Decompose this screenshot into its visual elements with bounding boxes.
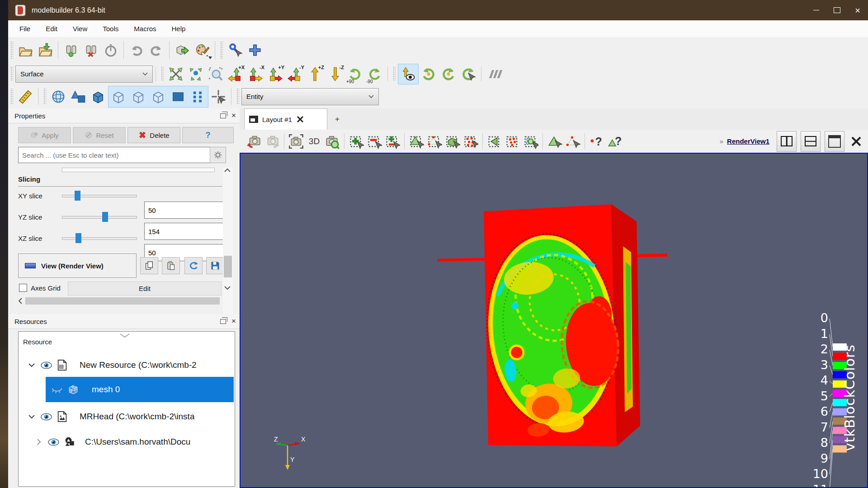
minimize-button[interactable]	[806, 0, 826, 20]
toolbar-grip[interactable]	[10, 41, 13, 60]
new-layout-tab[interactable]: +	[327, 109, 347, 130]
tree-row-new-resource[interactable]: New Resource (C:\work\cmb-2	[19, 353, 234, 377]
entity-select[interactable]: Entity	[241, 88, 379, 105]
remove-resource-button[interactable]	[81, 40, 101, 60]
split-horizontal-button[interactable]	[777, 131, 797, 152]
pick-entity-button[interactable]	[208, 87, 228, 107]
measure-button[interactable]	[15, 87, 35, 107]
toolbar-extension-icon[interactable]: »	[720, 137, 723, 145]
rotate-90-ccw-button[interactable]: -90	[365, 64, 385, 84]
yz-slice-handle[interactable]	[102, 212, 108, 222]
chevron-collapsed-icon[interactable]	[37, 439, 41, 445]
select-block-button[interactable]	[486, 132, 504, 150]
link-resource-button[interactable]	[61, 40, 81, 60]
visibility-eye-icon[interactable]	[40, 411, 52, 423]
chevron-expanded-icon[interactable]	[28, 414, 35, 419]
select-block-points-button[interactable]	[504, 132, 522, 150]
toolbar-grip[interactable]	[10, 88, 13, 105]
copy-view-button[interactable]	[140, 257, 158, 274]
subtract-selection-button[interactable]	[365, 132, 383, 150]
zoom-to-extents-button[interactable]	[166, 64, 186, 84]
rotate-camera-cw-button[interactable]	[419, 64, 439, 84]
xy-slice-handle[interactable]	[75, 191, 80, 201]
toolbar-grip[interactable]	[220, 41, 223, 60]
timer-button[interactable]	[101, 40, 121, 60]
zoom-to-box-button[interactable]	[206, 64, 226, 84]
apply-button[interactable]: Apply	[18, 127, 71, 143]
toolbar-grip[interactable]	[43, 88, 46, 105]
select-points-through-button[interactable]	[462, 132, 480, 150]
visibility-eye-icon[interactable]	[47, 436, 60, 448]
toolbar-grip[interactable]	[10, 66, 13, 81]
show-faces-toggle[interactable]	[108, 87, 128, 107]
query-point-tooltip-button[interactable]: ?	[588, 132, 606, 150]
horizontal-scrollbar[interactable]	[18, 296, 227, 306]
collapse-handle-icon[interactable]	[120, 333, 130, 338]
render-viewport[interactable]: Z X Y 01234567891011 vtkBlockColors	[240, 153, 868, 488]
scrollbar-thumb[interactable]	[224, 256, 232, 277]
solid-cube-button[interactable]	[88, 87, 108, 107]
mesh-sphere-button[interactable]	[48, 87, 68, 107]
delete-button[interactable]: Delete	[127, 127, 180, 143]
paste-view-button[interactable]	[162, 257, 180, 274]
xz-slice-handle[interactable]	[75, 233, 81, 243]
scroll-left-icon[interactable]	[18, 298, 23, 304]
select-points-on-surface-button[interactable]	[425, 132, 443, 150]
toggle-selection-button[interactable]	[383, 132, 401, 150]
capture-zoom-screenshot-button[interactable]	[323, 132, 341, 150]
xy-slice-slider[interactable]	[62, 191, 137, 201]
xz-slice-slider[interactable]	[62, 233, 137, 243]
add-source-button[interactable]	[245, 40, 265, 60]
capture-screenshot-button[interactable]	[287, 132, 305, 150]
reset-button[interactable]: Reset	[73, 127, 126, 143]
xy-slice-value[interactable]	[144, 202, 231, 219]
camera-redo-button[interactable]	[263, 132, 281, 150]
save-view-button[interactable]	[206, 257, 224, 274]
axes-grid-edit-button[interactable]: Edit	[68, 282, 222, 296]
show-surfaces-toggle[interactable]	[168, 87, 188, 107]
menu-help[interactable]: Help	[164, 20, 193, 37]
hover-points-button[interactable]	[564, 132, 582, 150]
menu-edit[interactable]: Edit	[38, 20, 65, 37]
menu-tools[interactable]: Tools	[95, 20, 126, 37]
rotate-camera-ccw-button[interactable]	[439, 64, 458, 84]
maximize-button[interactable]	[826, 0, 847, 20]
representation-select[interactable]: Surface	[15, 66, 153, 83]
add-selection-button[interactable]	[347, 132, 365, 150]
toggle-3d-button[interactable]: 3D	[305, 132, 323, 150]
visibility-eye-closed-icon[interactable]	[51, 384, 63, 395]
set-view-minus-x-button[interactable]: -X	[245, 64, 265, 84]
export-scene-button[interactable]	[172, 40, 192, 60]
float-panel-icon[interactable]	[220, 319, 226, 324]
maximize-view-button[interactable]	[825, 131, 844, 152]
import-resource-button[interactable]	[35, 40, 55, 60]
search-input[interactable]	[18, 147, 215, 163]
toolbar-grip[interactable]	[236, 88, 239, 105]
chevron-expanded-icon[interactable]	[28, 363, 35, 367]
show-edges-toggle[interactable]	[128, 87, 148, 107]
close-panel-icon[interactable]: ×	[231, 111, 236, 120]
camera-undo-button[interactable]	[245, 132, 263, 150]
redo-button[interactable]	[146, 40, 166, 60]
edit-properties-button[interactable]	[225, 40, 245, 60]
open-file-button[interactable]	[15, 40, 35, 60]
toggle-center-axes-button[interactable]	[398, 64, 419, 84]
hover-cells-button[interactable]	[546, 132, 564, 150]
toolbar-grip[interactable]	[393, 66, 396, 81]
split-vertical-button[interactable]	[801, 131, 821, 152]
set-view-minus-y-button[interactable]: -Y	[285, 64, 305, 84]
scroll-down-icon[interactable]	[224, 286, 231, 290]
toolbar-grip[interactable]	[161, 66, 164, 81]
set-view-plus-z-button[interactable]: +Z	[305, 64, 325, 84]
float-panel-icon[interactable]	[220, 113, 226, 118]
axes-grid-checkbox[interactable]	[19, 284, 27, 292]
render-view-name[interactable]: RenderView1	[727, 137, 769, 145]
menu-view[interactable]: View	[65, 20, 95, 37]
menu-file[interactable]: File	[12, 20, 38, 37]
visibility-eye-icon[interactable]	[40, 359, 52, 371]
yz-slice-value[interactable]	[144, 223, 231, 240]
horizontal-scrollbar-top[interactable]	[62, 168, 215, 172]
search-options-button[interactable]	[210, 147, 226, 163]
scroll-up-icon[interactable]	[224, 168, 231, 173]
color-palette-button[interactable]	[192, 40, 212, 60]
